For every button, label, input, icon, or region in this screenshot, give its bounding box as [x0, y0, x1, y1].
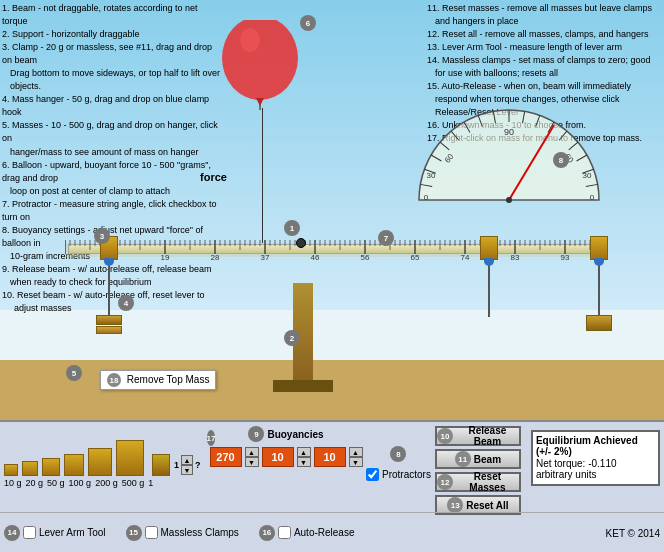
- mass-20g[interactable]: [22, 461, 38, 476]
- balloon[interactable]: [220, 20, 300, 110]
- svg-text:0: 0: [424, 193, 429, 202]
- instruction-10: 10. Reset beam - w/ auto-release off, re…: [2, 289, 222, 302]
- svg-point-1: [240, 28, 260, 52]
- auto-release-item: 16 Auto-Release: [259, 525, 355, 541]
- instruction-1: 1. Beam - not draggable, rotates accordi…: [2, 2, 222, 28]
- protractor[interactable]: 90 60 60 0 0 30 30: [409, 100, 609, 300]
- buoyancy-up-3[interactable]: ▲: [349, 447, 363, 457]
- net-torque-label: Net torque:: [536, 458, 585, 469]
- buoyancy-controls-row: 270 ▲ ▼ 10 ▲ ▼ 10: [210, 447, 363, 467]
- svg-point-0: [222, 20, 298, 100]
- massless-clamps-item: 15 Massless Clamps: [126, 525, 239, 541]
- instruction-6b: loop on post at center of clamp to attac…: [2, 185, 222, 198]
- buoyancies-section: 9 Buoyancies 270 ▲ ▼ 10: [216, 426, 356, 508]
- mass-100g[interactable]: [64, 454, 84, 476]
- callout-16: 16: [259, 525, 275, 541]
- mass-10g[interactable]: [4, 464, 18, 476]
- mass-label-500g: 500 g: [122, 478, 145, 488]
- mass-labels-row: 10 g 20 g 50 g 100 g 200 g 500 g 1: [4, 478, 204, 488]
- release-beam-label: Release Beam: [456, 425, 519, 447]
- masses-section: 1 ▲ ▼ ? 17 10 g 2: [4, 426, 204, 508]
- equilibrium-display: Equilibrium Achieved (+/- 2%) Net torque…: [531, 430, 660, 486]
- instruction-14: 14. Massless clamps - set mass of clamps…: [427, 54, 662, 67]
- pivot-point: [296, 238, 306, 248]
- instruction-14b: for use with balloons; resets all: [427, 67, 662, 80]
- auto-release-label[interactable]: Auto-Release: [294, 527, 355, 538]
- instruction-3: 3. Clamp - 20 g or massless, see #11, dr…: [2, 41, 222, 67]
- instruction-11b: and hangers in place: [427, 15, 662, 28]
- callout-8: 8: [553, 152, 569, 168]
- callout-14: 14: [4, 525, 20, 541]
- buoyancy-down-2[interactable]: ▼: [297, 457, 311, 467]
- svg-point-29: [506, 197, 512, 203]
- buoyancy-value-1[interactable]: 270: [210, 447, 242, 467]
- instruction-2: 2. Support - horizontally draggable: [2, 28, 222, 41]
- buoyancies-label: Buoyancies: [267, 429, 323, 440]
- mass-200g[interactable]: [88, 448, 112, 476]
- lever-arm-label[interactable]: Lever Arm Tool: [39, 527, 106, 538]
- callout-2: 2: [284, 330, 300, 346]
- mass-label-10g: 10 g: [4, 478, 22, 488]
- instruction-3b: Drag bottom to move sideways, or top hal…: [2, 67, 222, 93]
- equilibrium-torque-row: Net torque: -0.110 arbitrary units: [536, 458, 655, 480]
- btn-num-12: 12: [437, 474, 453, 490]
- reset-all-label: Reset All: [466, 500, 508, 511]
- buoyancy-value-3[interactable]: 10: [314, 447, 346, 467]
- mass-label-unknown: 1: [148, 478, 153, 488]
- instruction-9b: when ready to check for equilibrium: [2, 276, 222, 289]
- instruction-11: 11. Reset masses - remove all masses but…: [427, 2, 662, 15]
- callout-15: 15: [126, 525, 142, 541]
- mass-unknown[interactable]: 1 ▲ ▼ ?: [152, 454, 201, 476]
- mass-label-200g: 200 g: [95, 478, 118, 488]
- instruction-6: 6. Balloon - upward, buoyant force 10 - …: [2, 159, 222, 185]
- instruction-12: 12. Reset all - remove all masses, clamp…: [427, 28, 662, 41]
- mass-50g[interactable]: [42, 458, 60, 476]
- buoyancy-up-1[interactable]: ▲: [245, 447, 259, 457]
- btn-num-10: 10: [437, 428, 453, 444]
- buoyancy-spinner-1[interactable]: ▲ ▼: [245, 447, 259, 467]
- buoyancy-spinner-3[interactable]: ▲ ▼: [349, 447, 363, 467]
- instruction-5: 5. Masses - 10 - 500 g, drag and drop on…: [2, 119, 222, 145]
- remove-top-mass-button[interactable]: 18 Remove Top Mass: [100, 370, 216, 390]
- protractors-checkbox[interactable]: [366, 468, 379, 481]
- left-mass-stack[interactable]: [96, 315, 122, 335]
- buoyancy-up-2[interactable]: ▲: [297, 447, 311, 457]
- instruction-5b: hanger/mass to see amount of mass on han…: [2, 146, 222, 159]
- equilibrium-title: Equilibrium Achieved (+/- 2%): [536, 435, 655, 457]
- instructions-left: 1. Beam - not draggable, rotates accordi…: [2, 2, 222, 315]
- protractors-label[interactable]: Protractors: [382, 469, 431, 480]
- buoyancy-down-3[interactable]: ▼: [349, 457, 363, 467]
- massless-clamps-label[interactable]: Massless Clamps: [161, 527, 239, 538]
- reset-beam-button[interactable]: 11 Beam: [435, 449, 521, 469]
- mass-images-row: 1 ▲ ▼ ? 17: [4, 426, 204, 476]
- beam-buttons-section: 10 Release Beam 11 Beam 12 Reset Masses …: [435, 426, 521, 508]
- svg-text:28: 28: [211, 253, 220, 260]
- right-mass-stack[interactable]: [586, 315, 612, 331]
- left-hanger-wire: [108, 265, 110, 315]
- massless-clamps-checkbox[interactable]: [145, 526, 158, 539]
- callout-7: 7: [378, 230, 394, 246]
- reset-masses-button[interactable]: 12 Reset Masses: [435, 472, 521, 492]
- callout-1: 1: [284, 220, 300, 236]
- callout-3: 3: [94, 228, 110, 244]
- release-beam-button[interactable]: 10 Release Beam: [435, 426, 521, 446]
- instruction-13: 13. Lever Arm Tool - measure length of l…: [427, 41, 662, 54]
- reset-beam-label: Beam: [474, 454, 501, 465]
- remove-top-mass-label: Remove Top Mass: [127, 374, 210, 385]
- btn-num-11: 11: [455, 451, 471, 467]
- callout-9: 9: [248, 426, 264, 442]
- buoyancy-down-1[interactable]: ▼: [245, 457, 259, 467]
- instruction-15: 15. Auto-Release - when on, beam will im…: [427, 80, 662, 93]
- remove-top-mass-callout: 18: [107, 373, 121, 387]
- buoyancy-spinner-2[interactable]: ▲ ▼: [297, 447, 311, 467]
- reset-masses-label: Reset Masses: [456, 471, 519, 493]
- mass-500g[interactable]: [116, 440, 144, 476]
- svg-text:0: 0: [590, 193, 595, 202]
- buoyancy-value-2[interactable]: 10: [262, 447, 294, 467]
- lever-arm-tool-item: 14 Lever Arm Tool: [4, 525, 106, 541]
- callout-4: 4: [118, 295, 134, 311]
- lever-arm-checkbox[interactable]: [23, 526, 36, 539]
- mass-label-100g: 100 g: [69, 478, 92, 488]
- svg-text:90: 90: [504, 127, 514, 137]
- auto-release-checkbox[interactable]: [278, 526, 291, 539]
